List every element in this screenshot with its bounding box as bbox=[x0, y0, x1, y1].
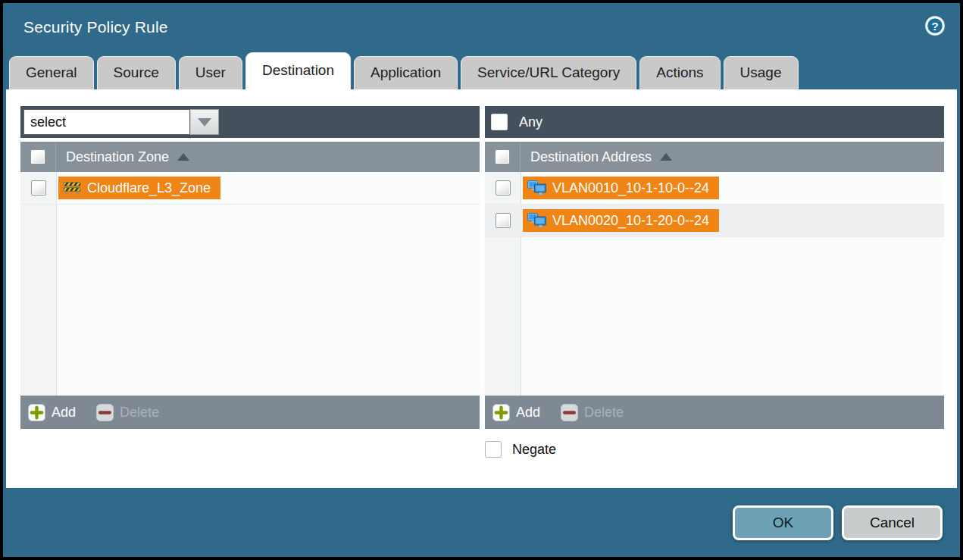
dialog-action-buttons: OK Cancel bbox=[733, 505, 943, 540]
tab-bar: General Source User Destination Applicat… bbox=[3, 52, 960, 89]
address-column-header: Destination Address bbox=[485, 142, 944, 172]
svg-text:?: ? bbox=[931, 20, 938, 33]
zone-item-chip[interactable]: Cloudflare_L3_Zone bbox=[58, 177, 220, 199]
zone-delete-label: Delete bbox=[120, 405, 159, 421]
tab-actions[interactable]: Actions bbox=[639, 56, 720, 89]
zone-icon bbox=[63, 181, 81, 196]
address-add-label: Add bbox=[516, 405, 540, 421]
table-row: VLAN0010_10-1-10-0--24 bbox=[485, 172, 944, 205]
tab-service-url-category[interactable]: Service/URL Category bbox=[461, 56, 636, 89]
address-item-chip[interactable]: VLAN0010_10-1-10-0--24 bbox=[523, 177, 719, 199]
add-icon bbox=[28, 404, 45, 421]
delete-icon bbox=[561, 404, 578, 421]
help-icon[interactable]: ? bbox=[924, 15, 946, 36]
zone-filter-bar bbox=[20, 106, 480, 138]
address-row-checkbox[interactable] bbox=[496, 213, 511, 228]
zone-column-label[interactable]: Destination Zone bbox=[66, 149, 169, 165]
cancel-button[interactable]: Cancel bbox=[842, 505, 943, 540]
table-row: VLAN0020_10-1-20-0--24 bbox=[485, 205, 944, 237]
zone-item-label: Cloudflare_L3_Zone bbox=[87, 180, 211, 196]
add-icon bbox=[492, 404, 510, 421]
address-item-label: VLAN0010_10-1-10-0--24 bbox=[552, 180, 709, 196]
negate-row: Negate bbox=[485, 441, 556, 458]
zone-delete-button[interactable]: Delete bbox=[96, 404, 159, 421]
destination-tab-content: Destination Zone bbox=[6, 89, 957, 488]
tab-usage[interactable]: Usage bbox=[724, 56, 799, 89]
sort-ascending-icon[interactable] bbox=[177, 153, 189, 161]
tab-user[interactable]: User bbox=[179, 56, 242, 89]
address-delete-button[interactable]: Delete bbox=[561, 404, 624, 421]
address-select-all-checkbox[interactable] bbox=[495, 149, 510, 164]
zone-column-header: Destination Zone bbox=[20, 142, 480, 172]
negate-checkbox[interactable] bbox=[485, 441, 502, 458]
delete-icon bbox=[96, 404, 114, 421]
any-label: Any bbox=[519, 114, 542, 130]
table-row: Cloudflare_L3_Zone bbox=[20, 172, 480, 205]
zone-footer-bar: Add Delete bbox=[20, 396, 480, 429]
tab-source[interactable]: Source bbox=[97, 56, 176, 89]
address-item-label: VLAN0020_10-1-20-0--24 bbox=[552, 213, 709, 229]
zone-add-button[interactable]: Add bbox=[28, 404, 76, 421]
address-icon bbox=[527, 213, 546, 229]
address-column-label[interactable]: Destination Address bbox=[530, 149, 652, 165]
address-add-button[interactable]: Add bbox=[492, 404, 540, 421]
address-footer-bar: Add Delete bbox=[485, 396, 944, 429]
zone-select-all-checkbox[interactable] bbox=[30, 149, 45, 164]
address-delete-label: Delete bbox=[584, 405, 624, 421]
tab-destination[interactable]: Destination bbox=[245, 52, 351, 89]
tab-general[interactable]: General bbox=[9, 56, 94, 89]
address-item-chip[interactable]: VLAN0020_10-1-20-0--24 bbox=[523, 209, 719, 232]
any-bar: Any bbox=[485, 106, 944, 138]
address-icon bbox=[527, 180, 546, 196]
zone-row-checkbox[interactable] bbox=[31, 180, 46, 196]
sort-ascending-icon[interactable] bbox=[660, 153, 672, 161]
ok-button[interactable]: OK bbox=[733, 505, 833, 540]
zone-add-label: Add bbox=[52, 405, 76, 421]
destination-address-panel: Any Destination Address bbox=[485, 106, 944, 430]
chevron-down-icon bbox=[198, 118, 211, 127]
zone-select-dropdown-button[interactable] bbox=[190, 109, 219, 135]
negate-label: Negate bbox=[512, 442, 556, 458]
address-row-checkbox[interactable] bbox=[496, 180, 511, 196]
dialog-title: Security Policy Rule bbox=[23, 18, 168, 36]
dialog-titlebar: Security Policy Rule bbox=[3, 3, 960, 52]
any-checkbox[interactable] bbox=[491, 114, 508, 130]
zone-select-input[interactable] bbox=[23, 109, 190, 135]
tab-application[interactable]: Application bbox=[354, 56, 458, 89]
security-policy-rule-dialog: Security Policy Rule ? General Source Us… bbox=[0, 0, 963, 560]
zone-rows-area: Cloudflare_L3_Zone bbox=[20, 172, 480, 396]
address-rows-area: VLAN0010_10-1-10-0--24 bbox=[485, 172, 944, 396]
destination-zone-panel: Destination Zone bbox=[20, 106, 480, 430]
